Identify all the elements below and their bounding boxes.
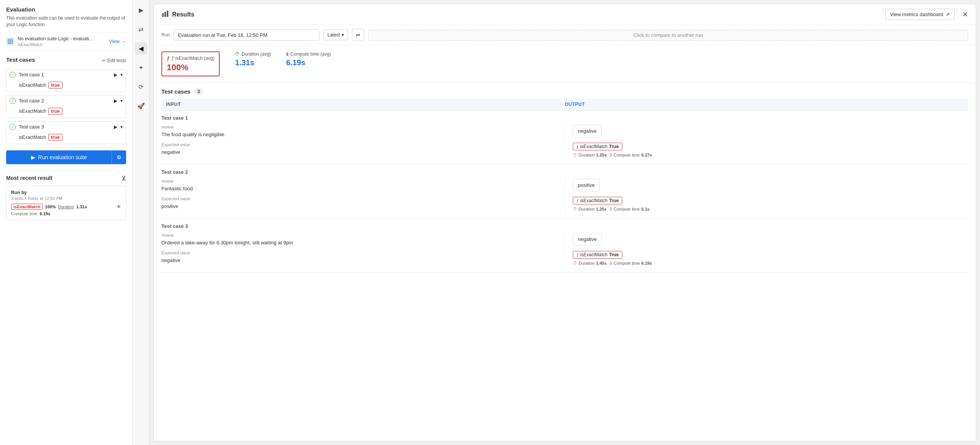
metrics-row: ƒ ƒ isExactMatch (avg) 100% ⏱ Duration (… [154,45,976,83]
result-tc-2-exact-badge: ƒ isExactMatch True [573,197,622,204]
run-exact-match-value: 100% [45,204,56,209]
run-is-exact-badge: isExactMatch [11,204,43,210]
test-case-1-badge-value: true [48,82,62,89]
test-cases-header: Test cases ✏ Edit tests [6,56,126,65]
right-panel: Results View metrics dashboard ↗ ✕ Run E… [153,4,976,441]
test-case-2-play-icon[interactable]: ▶ [114,98,117,104]
run-compute-label: Compute time [11,211,37,216]
result-tc-2-expected-value: positive [161,203,557,210]
sidebar-icon-rocket[interactable]: 🚀 [135,100,147,112]
test-case-3-badge-value: true [48,134,62,141]
run-by-text: Run by [11,190,121,195]
test-case-2-badge-row: isExactMatch true [7,106,126,118]
most-recent-title: Most recent result [6,175,53,181]
col-input: INPUT [166,102,565,107]
result-tc-3-review-value: Ordered a take-away for 6.30pm tonight, … [161,239,557,247]
run-btn-container: ▶ Run evaluation suite ⚙ [6,150,126,164]
result-tc-1-output-value: negative [573,125,602,137]
sidebar-icon-star[interactable]: ✦ [135,61,147,74]
view-metrics-button[interactable]: View metrics dashboard ↗ [885,9,955,20]
test-case-1-name: Test case 1 [19,72,114,77]
results-toolbar: Run Evaluation run at Tue, Feb 18, 12:50… [154,25,976,45]
clock-icon-1: ⏱ [573,153,577,157]
most-recent-expand-icon[interactable]: ⊻ [122,175,126,182]
compare-button[interactable]: Click to compare to another run [368,30,968,41]
sidebar-icon-history[interactable]: ⟳ [135,81,147,93]
sidebar-icon-play[interactable]: ▶ [135,4,147,16]
evaluation-title: Evaluation [6,6,126,13]
sidebar-icons: ▶ ⇄ ◀ ✦ ⟳ 🚀 [132,0,149,445]
test-case-3-actions: ▶ ▾ [114,124,123,130]
close-button[interactable]: ✕ [962,10,968,19]
result-tc-1-metrics: ⏱ Duration 1.25s $ Compute time 6.27s [573,153,968,157]
result-tc-2-output-value: positive [573,179,600,191]
result-tc-2-review-value: Fantastic food [161,185,557,193]
run-label: Run [161,32,170,38]
result-tc-2-metrics: ⏱ Duration 1.25s $ Compute time 6.1s [573,207,968,211]
results-header: Results View metrics dashboard ↗ ✕ [154,4,976,25]
test-case-1-header: Test case 1 ▶ ▾ [7,69,126,80]
test-case-1-expand-icon[interactable]: ▾ [120,72,123,77]
sidebar-icon-back[interactable]: ◀ [135,42,147,54]
run-settings-button[interactable]: ⚙ [112,150,126,164]
latest-badge[interactable]: Latest ▾ [323,30,348,40]
run-meta: 3 tests • Today at 12:50 PM [11,196,121,201]
test-cases-panel: Test cases 3 INPUT OUTPUT Test case 1 re… [154,83,976,441]
test-case-1-actions: ▶ ▾ [114,72,123,77]
test-cases-title: Test cases [6,56,35,63]
dollar-icon-1: $ [610,153,612,157]
run-evaluation-button[interactable]: ▶ Run evaluation suite [6,150,112,164]
run-play-icon: ▶ [31,154,35,160]
result-tc-3-badges: ƒ isExactMatch True [573,251,968,259]
left-panel: Evaluation This evaluation suite can be … [0,0,150,445]
test-case-2-name: Test case 2 [19,98,114,104]
result-tc-1-badges: ƒ isExactMatch True [573,143,968,150]
result-tc-1-review-label: review [161,125,557,129]
results-title: Results [161,10,194,19]
result-tc-1-duration: ⏱ Duration 1.25s [573,153,607,157]
test-case-2-badge-label: isExactMatch [19,109,46,114]
result-tc-2-output: positive ƒ isExactMatch True ⏱ Duration … [565,179,968,214]
run-eye-icon[interactable]: 👁 [117,204,121,209]
clock-icon-2: ⏱ [573,207,577,211]
test-case-2-expand-icon[interactable]: ▾ [120,98,123,104]
run-stats-row: isExactMatch 100% Duration 1.31s 👁 [11,204,121,210]
test-case-3-play-icon[interactable]: ▶ [114,124,117,130]
run-stats-row-2: Compute time 6.19s [11,211,121,216]
result-tc-3-metrics: ⏱ Duration 1.45s $ Compute time 6.19s [573,261,968,265]
metric-is-exact-match: ƒ ƒ isExactMatch (avg) 100% [161,51,220,76]
metric-duration: ⏱ Duration (avg) 1.31s [235,51,271,67]
metric-compute-time-label: $ Compute time (avg) [286,51,331,57]
run-duration-label: Duration [58,204,74,209]
result-tc-1-exact-badge: ƒ isExactMatch True [573,143,622,150]
result-tc-1-expected-value: negative [161,148,557,156]
metric-compute-time-value: 6.19s [286,58,331,67]
settings-icon: ⚙ [117,154,122,160]
test-case-1-badge-label: isExactMatch [19,82,46,88]
eval-suite-name: No evaluation suite Logic - evaluati... [18,36,106,41]
edit-tests-button[interactable]: ✏ Edit tests [102,58,126,63]
clock-icon-3: ⏱ [573,261,577,265]
clock-icon: ⏱ [235,51,240,57]
result-tc-3-title: Test case 3 [161,223,968,229]
test-case-2-actions: ▶ ▾ [114,98,123,104]
result-tc-1-title: Test case 1 [161,115,968,121]
test-case-3-expand-icon[interactable]: ▾ [120,124,123,130]
compare-settings-icon[interactable]: ⇌ [352,29,364,41]
sidebar-icon-filters[interactable]: ⇄ [135,23,147,35]
result-tc-1-input: review The food quality is negligible. E… [161,125,565,160]
test-cases-count-badge: 3 [194,88,203,95]
view-suite-link[interactable]: View → [109,38,126,44]
result-tc-3-output: negative ƒ isExactMatch True ⏱ Duration … [565,233,968,268]
metric-is-exact-match-label: ƒ ƒ isExactMatch (avg) [167,55,214,61]
result-test-case-2: Test case 2 review Fantastic food Expect… [161,165,968,219]
metric-fn-icon: ƒ [167,55,169,61]
test-case-1-play-icon[interactable]: ▶ [114,72,117,77]
run-select[interactable]: Evaluation run at Tue, Feb 18, 12:50 PM [174,30,319,41]
test-case-1-check [10,72,16,78]
metric-duration-value: 1.31s [235,58,271,67]
test-case-3-badge-row: isExactMatch true [7,132,126,144]
most-recent-section: Most recent result ⊻ Run by 3 tests • To… [6,170,126,220]
test-case-1-badge-row: isExactMatch true [7,80,126,92]
result-tc-2-input: review Fantastic food Expected value pos… [161,179,565,214]
